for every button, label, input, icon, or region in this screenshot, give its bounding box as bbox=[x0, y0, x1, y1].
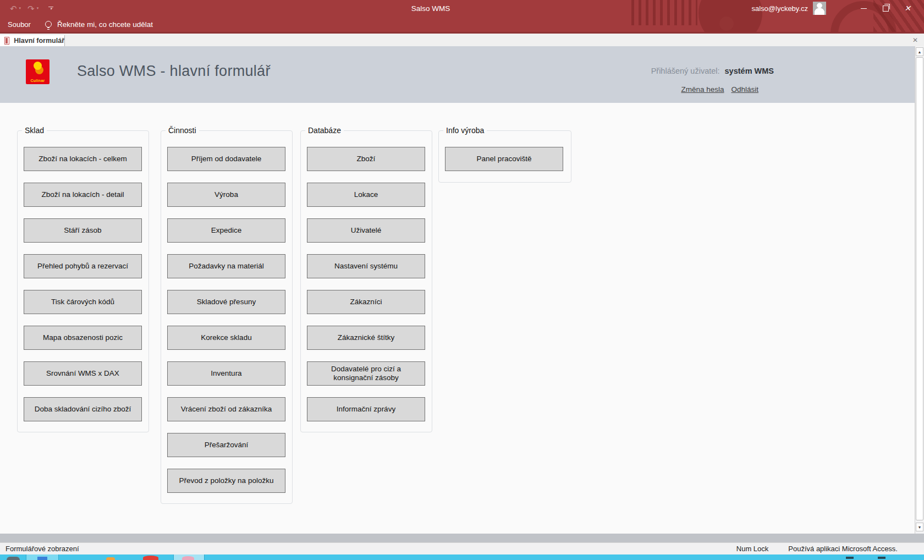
account-area[interactable]: salso@lyckeby.cz bbox=[751, 0, 826, 17]
lightbulb-icon bbox=[45, 21, 52, 28]
customize-toolbar-icon[interactable]: ▾ bbox=[48, 7, 53, 10]
culinar-logo: Culinar bbox=[26, 59, 50, 84]
change-password-link[interactable]: Změna hesla bbox=[681, 85, 724, 94]
button-vyroba[interactable]: Výroba bbox=[167, 183, 285, 207]
start-button[interactable] bbox=[0, 554, 26, 560]
tell-me-label: Řekněte mi, co chcete udělat bbox=[57, 20, 153, 29]
close-button[interactable]: ✕ bbox=[897, 0, 919, 17]
account-email[interactable]: salso@lyckeby.cz bbox=[751, 4, 808, 13]
window-controls: ✕ bbox=[853, 0, 919, 17]
button-zakaznicke-stitky[interactable]: Zákaznické štítky bbox=[307, 326, 425, 350]
group-label-cinnosti: Činnosti bbox=[166, 126, 199, 135]
group-label-info-vyroba: Info výroba bbox=[443, 126, 487, 135]
button-vraceni-zbozi-od-zakaznika[interactable]: Vrácení zboží od zákazníka bbox=[167, 397, 285, 421]
button-panel-pracoviste[interactable]: Panel pracoviště bbox=[445, 147, 563, 171]
button-stari-zasob[interactable]: Stáří zásob bbox=[24, 218, 142, 243]
num-lock-indicator: Num Lock bbox=[736, 545, 769, 553]
button-lokace[interactable]: Lokace bbox=[307, 183, 425, 207]
logout-link[interactable]: Odhlásit bbox=[731, 85, 758, 94]
scroll-up-icon[interactable]: ▲ bbox=[916, 47, 923, 56]
tab-hlavni-formular[interactable]: Hlavní formulář bbox=[0, 35, 65, 46]
account-links: Změna hesla Odhlásit bbox=[681, 85, 758, 94]
ribbon: ↶ ▾ ↷ ▾ ▾ Salso WMS salso@lyckeby.cz ✕ S… bbox=[0, 0, 924, 32]
group-label-sklad: Sklad bbox=[22, 126, 47, 135]
window-title: Salso WMS bbox=[411, 4, 450, 13]
scroll-down-icon[interactable]: ▼ bbox=[916, 523, 923, 531]
undo-dropdown-icon[interactable]: ▾ bbox=[19, 6, 21, 10]
button-korekce-skladu[interactable]: Korekce skladu bbox=[167, 326, 285, 350]
vertical-scrollbar[interactable]: ▲ ▼ bbox=[915, 46, 924, 534]
group-databaze: Databáze ZbožíLokaceUživateléNastavení s… bbox=[300, 130, 432, 432]
button-prevod-z-polozky-na-polozku[interactable]: Převod z položky na položku bbox=[167, 469, 285, 493]
status-bar: Formulářové zobrazení Num Lock Používá a… bbox=[0, 542, 924, 554]
taskbar-tray-mark bbox=[846, 557, 854, 559]
view-mode-label: Formulářové zobrazení bbox=[0, 545, 79, 553]
button-zbozi-na-lokacich-celkem[interactable]: Zboží na lokacích - celkem bbox=[24, 147, 142, 171]
button-skladove-presuny[interactable]: Skladové přesuny bbox=[167, 290, 285, 314]
button-zbozi[interactable]: Zboží bbox=[307, 147, 425, 171]
logged-user-name: systém WMS bbox=[725, 67, 774, 75]
button-zbozi-na-lokacich-detail[interactable]: Zboží na lokacích - detail bbox=[24, 183, 142, 207]
tell-me-box[interactable]: Řekněte mi, co chcete udělat bbox=[45, 20, 153, 29]
quick-access-toolbar: ↶ ▾ ↷ ▾ ▾ bbox=[10, 0, 53, 17]
scrollbar-thumb[interactable] bbox=[916, 57, 923, 520]
group-cinnosti: Činnosti Příjem od dodavateleVýrobaExped… bbox=[161, 130, 293, 504]
redo-icon[interactable]: ↷ bbox=[28, 4, 35, 13]
taskbar-item-1[interactable] bbox=[26, 554, 59, 560]
logged-user-line: Přihlášený uživatel: systém WMS bbox=[651, 67, 774, 75]
form-content: Culinar Salso WMS - hlavní formulář Přih… bbox=[0, 46, 915, 534]
logged-user-label: Přihlášený uživatel: bbox=[651, 67, 720, 75]
avatar[interactable] bbox=[813, 2, 826, 15]
button-tisk-carovych-kodu[interactable]: Tisk čárových kódů bbox=[24, 290, 142, 314]
button-inventura[interactable]: Inventura bbox=[167, 361, 285, 386]
button-prehled-pohybu-a-rezervaci[interactable]: Přehled pohybů a rezervací bbox=[24, 254, 142, 278]
button-expedice[interactable]: Expedice bbox=[167, 218, 285, 243]
group-label-databaze: Databáze bbox=[305, 126, 344, 135]
group-sklad: Sklad Zboží na lokacích - celkemZboží na… bbox=[17, 130, 149, 432]
taskbar-item-2[interactable] bbox=[106, 557, 115, 560]
title-bar: ↶ ▾ ↷ ▾ ▾ Salso WMS salso@lyckeby.cz ✕ bbox=[0, 0, 924, 17]
undo-icon[interactable]: ↶ bbox=[10, 4, 17, 13]
form-icon bbox=[4, 37, 9, 45]
button-doba-skladovani-ciziho-zbozi[interactable]: Doba skladování cizího zboží bbox=[24, 397, 142, 421]
tab-label: Hlavní formulář bbox=[14, 37, 64, 45]
menu-bar: Soubor Řekněte mi, co chcete udělat bbox=[0, 17, 924, 32]
button-pozadavky-na-material[interactable]: Požadavky na materiál bbox=[167, 254, 285, 278]
button-uzivatele[interactable]: Uživatelé bbox=[307, 218, 425, 243]
form-header: Culinar Salso WMS - hlavní formulář Přih… bbox=[0, 46, 915, 103]
window-bottom-strip bbox=[0, 534, 924, 542]
file-menu[interactable]: Soubor bbox=[0, 20, 41, 29]
button-presarzovani[interactable]: Přešaržování bbox=[167, 433, 285, 457]
app-info-label: Používá aplikaci Microsoft Access. bbox=[788, 545, 898, 553]
taskbar-clock-mark bbox=[878, 557, 886, 559]
page-title: Salso WMS - hlavní formulář bbox=[77, 63, 271, 80]
logo-caption: Culinar bbox=[26, 79, 50, 83]
taskbar-item-4[interactable] bbox=[173, 554, 205, 560]
button-mapa-obsazenosti-pozic[interactable]: Mapa obsazenosti pozic bbox=[24, 326, 142, 350]
button-srovnani-wms-x-dax[interactable]: Srovnání WMS x DAX bbox=[24, 361, 142, 386]
taskbar-item-3[interactable] bbox=[143, 556, 158, 560]
redo-dropdown-icon[interactable]: ▾ bbox=[37, 6, 39, 10]
windows-taskbar[interactable] bbox=[0, 554, 924, 560]
group-info-vyroba: Info výroba Panel pracoviště bbox=[438, 130, 571, 183]
button-nastaveni-systemu[interactable]: Nastavení systému bbox=[307, 254, 425, 278]
button-prijem-od-dodavatele[interactable]: Příjem od dodavatele bbox=[167, 147, 285, 171]
tab-close-icon[interactable]: ✕ bbox=[912, 36, 918, 44]
button-dodavatele-pro-cizi-a-konsignacni-zasoby[interactable]: Dodavatelé pro cizí a konsignační zásoby bbox=[307, 361, 425, 386]
restore-button[interactable] bbox=[875, 0, 897, 17]
logo-mark bbox=[32, 62, 44, 75]
close-icon: ✕ bbox=[904, 4, 911, 12]
button-zakaznici[interactable]: Zákazníci bbox=[307, 290, 425, 314]
document-tab-bar: Hlavní formulář ✕ bbox=[0, 32, 924, 46]
minimize-button[interactable] bbox=[853, 0, 875, 17]
button-informacni-zpravy[interactable]: Informační zprávy bbox=[307, 397, 425, 421]
